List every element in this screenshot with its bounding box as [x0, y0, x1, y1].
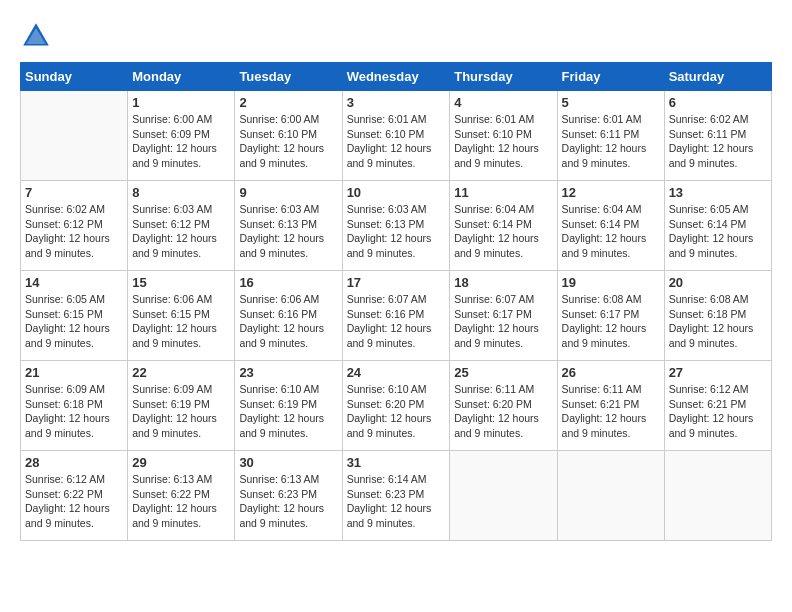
day-number: 23	[239, 365, 337, 380]
calendar-cell: 17Sunrise: 6:07 AMSunset: 6:16 PMDayligh…	[342, 271, 450, 361]
day-number: 28	[25, 455, 123, 470]
logo-icon	[20, 20, 52, 52]
day-number: 31	[347, 455, 446, 470]
day-info: Sunrise: 6:10 AMSunset: 6:19 PMDaylight:…	[239, 382, 337, 441]
calendar-cell: 24Sunrise: 6:10 AMSunset: 6:20 PMDayligh…	[342, 361, 450, 451]
calendar-cell: 21Sunrise: 6:09 AMSunset: 6:18 PMDayligh…	[21, 361, 128, 451]
calendar-cell: 5Sunrise: 6:01 AMSunset: 6:11 PMDaylight…	[557, 91, 664, 181]
day-info: Sunrise: 6:09 AMSunset: 6:19 PMDaylight:…	[132, 382, 230, 441]
calendar-cell: 10Sunrise: 6:03 AMSunset: 6:13 PMDayligh…	[342, 181, 450, 271]
day-info: Sunrise: 6:03 AMSunset: 6:13 PMDaylight:…	[347, 202, 446, 261]
day-info: Sunrise: 6:07 AMSunset: 6:17 PMDaylight:…	[454, 292, 552, 351]
day-number: 2	[239, 95, 337, 110]
calendar-cell: 22Sunrise: 6:09 AMSunset: 6:19 PMDayligh…	[128, 361, 235, 451]
day-info: Sunrise: 6:11 AMSunset: 6:20 PMDaylight:…	[454, 382, 552, 441]
day-info: Sunrise: 6:01 AMSunset: 6:10 PMDaylight:…	[454, 112, 552, 171]
header-saturday: Saturday	[664, 63, 771, 91]
day-number: 16	[239, 275, 337, 290]
day-info: Sunrise: 6:14 AMSunset: 6:23 PMDaylight:…	[347, 472, 446, 531]
day-number: 19	[562, 275, 660, 290]
day-number: 12	[562, 185, 660, 200]
day-info: Sunrise: 6:04 AMSunset: 6:14 PMDaylight:…	[562, 202, 660, 261]
calendar-cell: 25Sunrise: 6:11 AMSunset: 6:20 PMDayligh…	[450, 361, 557, 451]
day-number: 20	[669, 275, 767, 290]
header-tuesday: Tuesday	[235, 63, 342, 91]
day-info: Sunrise: 6:04 AMSunset: 6:14 PMDaylight:…	[454, 202, 552, 261]
header-wednesday: Wednesday	[342, 63, 450, 91]
day-number: 15	[132, 275, 230, 290]
day-info: Sunrise: 6:12 AMSunset: 6:21 PMDaylight:…	[669, 382, 767, 441]
day-info: Sunrise: 6:03 AMSunset: 6:13 PMDaylight:…	[239, 202, 337, 261]
calendar-cell: 14Sunrise: 6:05 AMSunset: 6:15 PMDayligh…	[21, 271, 128, 361]
header-friday: Friday	[557, 63, 664, 91]
day-number: 17	[347, 275, 446, 290]
day-info: Sunrise: 6:00 AMSunset: 6:09 PMDaylight:…	[132, 112, 230, 171]
calendar-week-row: 21Sunrise: 6:09 AMSunset: 6:18 PMDayligh…	[21, 361, 772, 451]
day-number: 24	[347, 365, 446, 380]
calendar-cell	[664, 451, 771, 541]
day-info: Sunrise: 6:01 AMSunset: 6:11 PMDaylight:…	[562, 112, 660, 171]
calendar-cell: 23Sunrise: 6:10 AMSunset: 6:19 PMDayligh…	[235, 361, 342, 451]
day-info: Sunrise: 6:13 AMSunset: 6:23 PMDaylight:…	[239, 472, 337, 531]
calendar-cell: 6Sunrise: 6:02 AMSunset: 6:11 PMDaylight…	[664, 91, 771, 181]
day-number: 22	[132, 365, 230, 380]
day-number: 11	[454, 185, 552, 200]
calendar-week-row: 7Sunrise: 6:02 AMSunset: 6:12 PMDaylight…	[21, 181, 772, 271]
calendar-cell: 26Sunrise: 6:11 AMSunset: 6:21 PMDayligh…	[557, 361, 664, 451]
calendar-cell: 2Sunrise: 6:00 AMSunset: 6:10 PMDaylight…	[235, 91, 342, 181]
calendar-cell: 30Sunrise: 6:13 AMSunset: 6:23 PMDayligh…	[235, 451, 342, 541]
calendar-header-row: SundayMondayTuesdayWednesdayThursdayFrid…	[21, 63, 772, 91]
calendar-cell: 11Sunrise: 6:04 AMSunset: 6:14 PMDayligh…	[450, 181, 557, 271]
calendar-cell: 1Sunrise: 6:00 AMSunset: 6:09 PMDaylight…	[128, 91, 235, 181]
day-number: 18	[454, 275, 552, 290]
day-number: 13	[669, 185, 767, 200]
day-info: Sunrise: 6:00 AMSunset: 6:10 PMDaylight:…	[239, 112, 337, 171]
day-info: Sunrise: 6:10 AMSunset: 6:20 PMDaylight:…	[347, 382, 446, 441]
day-info: Sunrise: 6:11 AMSunset: 6:21 PMDaylight:…	[562, 382, 660, 441]
calendar-cell: 9Sunrise: 6:03 AMSunset: 6:13 PMDaylight…	[235, 181, 342, 271]
day-number: 27	[669, 365, 767, 380]
logo	[20, 20, 56, 52]
header-monday: Monday	[128, 63, 235, 91]
calendar-cell: 13Sunrise: 6:05 AMSunset: 6:14 PMDayligh…	[664, 181, 771, 271]
calendar-cell: 16Sunrise: 6:06 AMSunset: 6:16 PMDayligh…	[235, 271, 342, 361]
calendar-table: SundayMondayTuesdayWednesdayThursdayFrid…	[20, 62, 772, 541]
day-number: 5	[562, 95, 660, 110]
day-number: 6	[669, 95, 767, 110]
day-number: 30	[239, 455, 337, 470]
day-number: 29	[132, 455, 230, 470]
header-sunday: Sunday	[21, 63, 128, 91]
day-number: 3	[347, 95, 446, 110]
day-number: 26	[562, 365, 660, 380]
calendar-week-row: 14Sunrise: 6:05 AMSunset: 6:15 PMDayligh…	[21, 271, 772, 361]
calendar-cell: 7Sunrise: 6:02 AMSunset: 6:12 PMDaylight…	[21, 181, 128, 271]
calendar-cell	[450, 451, 557, 541]
calendar-cell: 19Sunrise: 6:08 AMSunset: 6:17 PMDayligh…	[557, 271, 664, 361]
day-number: 25	[454, 365, 552, 380]
day-info: Sunrise: 6:03 AMSunset: 6:12 PMDaylight:…	[132, 202, 230, 261]
calendar-cell: 27Sunrise: 6:12 AMSunset: 6:21 PMDayligh…	[664, 361, 771, 451]
calendar-week-row: 28Sunrise: 6:12 AMSunset: 6:22 PMDayligh…	[21, 451, 772, 541]
day-number: 10	[347, 185, 446, 200]
calendar-week-row: 1Sunrise: 6:00 AMSunset: 6:09 PMDaylight…	[21, 91, 772, 181]
calendar-cell: 8Sunrise: 6:03 AMSunset: 6:12 PMDaylight…	[128, 181, 235, 271]
day-info: Sunrise: 6:08 AMSunset: 6:18 PMDaylight:…	[669, 292, 767, 351]
calendar-cell: 15Sunrise: 6:06 AMSunset: 6:15 PMDayligh…	[128, 271, 235, 361]
day-number: 9	[239, 185, 337, 200]
calendar-cell: 20Sunrise: 6:08 AMSunset: 6:18 PMDayligh…	[664, 271, 771, 361]
day-info: Sunrise: 6:08 AMSunset: 6:17 PMDaylight:…	[562, 292, 660, 351]
calendar-cell: 12Sunrise: 6:04 AMSunset: 6:14 PMDayligh…	[557, 181, 664, 271]
calendar-cell: 29Sunrise: 6:13 AMSunset: 6:22 PMDayligh…	[128, 451, 235, 541]
calendar-cell: 31Sunrise: 6:14 AMSunset: 6:23 PMDayligh…	[342, 451, 450, 541]
calendar-cell: 3Sunrise: 6:01 AMSunset: 6:10 PMDaylight…	[342, 91, 450, 181]
calendar-cell	[21, 91, 128, 181]
day-info: Sunrise: 6:05 AMSunset: 6:14 PMDaylight:…	[669, 202, 767, 261]
day-number: 8	[132, 185, 230, 200]
day-info: Sunrise: 6:05 AMSunset: 6:15 PMDaylight:…	[25, 292, 123, 351]
day-info: Sunrise: 6:02 AMSunset: 6:12 PMDaylight:…	[25, 202, 123, 261]
day-number: 21	[25, 365, 123, 380]
day-info: Sunrise: 6:07 AMSunset: 6:16 PMDaylight:…	[347, 292, 446, 351]
calendar-cell: 18Sunrise: 6:07 AMSunset: 6:17 PMDayligh…	[450, 271, 557, 361]
day-info: Sunrise: 6:02 AMSunset: 6:11 PMDaylight:…	[669, 112, 767, 171]
page-header	[20, 20, 772, 52]
